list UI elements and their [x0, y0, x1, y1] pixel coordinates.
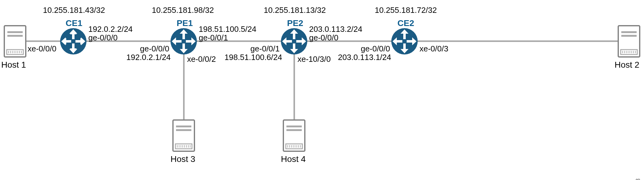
- svg-rect-2: [7, 35, 23, 37]
- svg-rect-24: [173, 120, 194, 151]
- host3-icon: [172, 119, 196, 152]
- ce2-left-if: ge-0/0/0: [353, 44, 390, 54]
- pe2-right-if: ge-0/0/0: [309, 33, 338, 43]
- ce1-right-if: ge-0/0/0: [88, 33, 117, 43]
- ce2-left-ip: 203.0.113.1/24: [338, 53, 390, 62]
- ce2-host2-if: xe-0/0/3: [420, 44, 448, 54]
- svg-rect-36: [283, 120, 305, 151]
- svg-rect-66: [72, 31, 75, 39]
- pe1-loopback: 10.255.181.98/32: [152, 6, 214, 15]
- ce1-name: CE1: [66, 18, 82, 28]
- ce2-loopback: 10.255.181.72/32: [375, 6, 437, 15]
- svg-rect-67: [72, 43, 75, 51]
- host1-icon: [3, 24, 27, 58]
- host1-ce1-if: xe-0/0/0: [28, 44, 56, 54]
- pe1-name: PE1: [177, 18, 193, 28]
- svg-rect-14: [621, 35, 637, 37]
- pe2-loopback: 10.255.181.13/32: [264, 6, 326, 15]
- host1-label: Host 1: [1, 60, 26, 70]
- pe2-left-if: ge-0/0/1: [243, 44, 280, 54]
- diagram-canvas: Host 1 Host 2: [0, 0, 644, 180]
- link-pe2-host4: [293, 52, 295, 121]
- router-ce1-icon: [59, 28, 87, 55]
- router-pe2-icon: [280, 28, 308, 55]
- router-pe1-icon: [170, 28, 197, 55]
- host4-label: Host 4: [281, 154, 306, 164]
- pe2-right-ip: 203.0.113.2/24: [309, 24, 362, 34]
- svg-rect-68: [63, 40, 71, 43]
- pe1-left-ip: 192.0.2.1/24: [126, 53, 169, 62]
- pe1-left-if: ge-0/0/0: [132, 44, 169, 54]
- host2-icon: [617, 24, 641, 58]
- svg-rect-38: [286, 129, 302, 131]
- link-pe1-host3: [183, 52, 185, 121]
- router-ce2-icon: [391, 28, 418, 55]
- svg-rect-13: [621, 31, 637, 33]
- ce1-right-ip: 192.0.2.2/24: [88, 24, 133, 34]
- pe2-down-if: xe-10/3/0: [297, 54, 331, 64]
- svg-rect-26: [176, 129, 191, 131]
- ce1-loopback: 10.255.181.43/32: [43, 6, 105, 15]
- ce2-name: CE2: [397, 18, 414, 28]
- pe1-right-ip: 198.51.100.5/24: [199, 24, 256, 34]
- pe2-name: PE2: [287, 18, 303, 28]
- host4-icon: [282, 119, 306, 152]
- svg-rect-0: [4, 26, 26, 57]
- host2-label: Host 2: [615, 60, 639, 70]
- svg-rect-37: [286, 126, 302, 127]
- host3-label: Host 3: [171, 154, 195, 164]
- svg-rect-25: [176, 126, 191, 127]
- pe1-down-if: xe-0/0/2: [187, 54, 216, 64]
- pe2-left-ip: 198.51.100.6/24: [224, 53, 280, 62]
- svg-rect-12: [618, 26, 640, 57]
- svg-rect-1: [7, 31, 23, 33]
- svg-rect-69: [75, 40, 83, 43]
- pe1-right-if: ge-0/0/1: [199, 33, 228, 43]
- figure-id: g043448: [634, 178, 642, 180]
